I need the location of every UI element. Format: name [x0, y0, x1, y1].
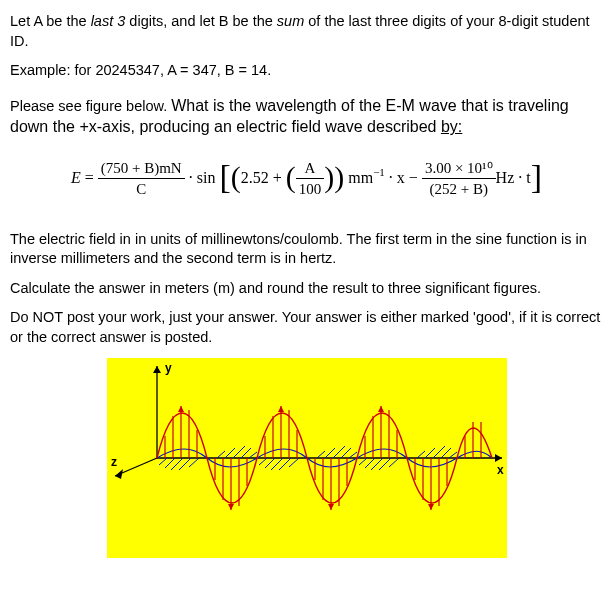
eqn-frac1-num: (750 + B)mN [98, 158, 185, 179]
eqn-frac2: A100 [296, 158, 325, 200]
eqn-eq: = [81, 169, 98, 186]
paren2-close-icon: ) [324, 157, 334, 198]
eqn-E: E [71, 169, 81, 186]
em-wave-figure: y z x [107, 358, 507, 564]
intro-last3: last 3 [91, 13, 126, 29]
intro-example: Example: for 20245347, A = 347, B = 14. [10, 61, 603, 81]
eqn-dotx: · x − [385, 169, 422, 186]
note-submit: Do NOT post your work, just your answer.… [10, 308, 603, 347]
paren-open-icon: ( [231, 157, 241, 198]
intro-line1: Let A be the last 3 digits, and let B be… [10, 12, 603, 51]
question-by: by: [441, 118, 462, 135]
axis-z-label: z [111, 455, 117, 469]
eqn-k1: 2.52 + [241, 169, 286, 186]
question-block: Please see figure below. What is the wav… [10, 95, 603, 138]
equation: E = (750 + B)mN C · sin [(2.52 + (A100))… [10, 156, 603, 202]
intro-text2: digits, and let B be the [125, 13, 277, 29]
intro-sum: sum [277, 13, 304, 29]
paren-close-icon: ) [334, 157, 344, 198]
axis-y-label: y [165, 361, 172, 375]
eqn-hz: Hz · t [496, 169, 531, 186]
note-calc: Calculate the answer in meters (m) and r… [10, 279, 603, 299]
intro-text: Let A be the [10, 13, 91, 29]
paren2-open-icon: ( [286, 157, 296, 198]
axis-x-label: x [497, 463, 504, 477]
bracket-close-icon: ] [531, 154, 542, 200]
eqn-frac2-den: 100 [296, 179, 325, 199]
eqn-frac1: (750 + B)mN C [98, 158, 185, 200]
eqn-dot1: · [189, 169, 197, 186]
eqn-frac3-num: 3.00 × 10¹⁰ [422, 158, 496, 179]
eqn-frac3-den: (252 + B) [422, 179, 496, 199]
note-units: The electric field in in units of millin… [10, 230, 603, 269]
eqn-frac3: 3.00 × 10¹⁰ (252 + B) [422, 158, 496, 200]
question-lead: Please see figure below. [10, 98, 171, 114]
eqn-sup: −1 [373, 166, 385, 178]
eqn-sin: sin [197, 169, 216, 186]
eqn-mm: mm [344, 169, 373, 186]
eqn-frac2-num: A [296, 158, 325, 179]
bracket-open-icon: [ [219, 154, 230, 200]
eqn-frac1-den: C [98, 179, 185, 199]
